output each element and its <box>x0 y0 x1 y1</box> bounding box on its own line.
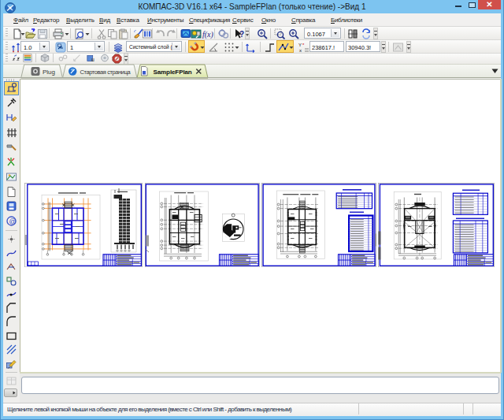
svg-text:SampleFPlan: SampleFPlan <box>154 69 192 76</box>
svg-text:?: ? <box>239 30 244 39</box>
svg-text:Y: Y <box>298 43 302 47</box>
svg-text:@: @ <box>9 217 17 225</box>
svg-text:u: u <box>91 57 94 62</box>
svg-text:Стартовая страница: Стартовая страница <box>80 69 132 76</box>
svg-text:f(x): f(x) <box>202 30 214 39</box>
svg-text:*: * <box>302 43 305 47</box>
svg-text:Plug: Plug <box>43 69 55 76</box>
svg-text:x: x <box>299 48 302 53</box>
